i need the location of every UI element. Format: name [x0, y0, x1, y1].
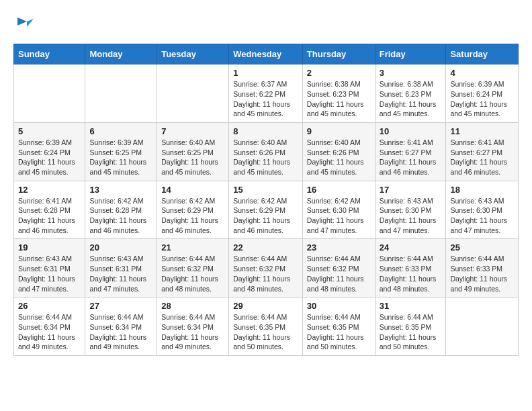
calendar-cell: 30Sunrise: 6:44 AM Sunset: 6:35 PM Dayli… [302, 298, 375, 356]
header [13, 12, 519, 37]
calendar-cell: 6Sunrise: 6:39 AM Sunset: 6:25 PM Daylig… [85, 122, 157, 181]
day-info: Sunrise: 6:44 AM Sunset: 6:32 PM Dayligh… [161, 254, 224, 293]
day-info: Sunrise: 6:43 AM Sunset: 6:30 PM Dayligh… [380, 196, 442, 236]
day-number: 4 [450, 68, 514, 78]
week-row-2: 5Sunrise: 6:39 AM Sunset: 6:24 PM Daylig… [14, 122, 519, 181]
day-number: 19 [18, 242, 81, 253]
calendar-cell: 26Sunrise: 6:44 AM Sunset: 6:34 PM Dayli… [14, 298, 85, 356]
svg-marker-1 [27, 19, 34, 27]
day-number: 7 [161, 126, 224, 136]
day-number: 6 [89, 126, 152, 136]
day-number: 25 [450, 242, 514, 253]
week-row-4: 19Sunrise: 6:43 AM Sunset: 6:31 PM Dayli… [14, 239, 519, 298]
day-number: 12 [18, 185, 81, 195]
day-info: Sunrise: 6:40 AM Sunset: 6:26 PM Dayligh… [307, 138, 371, 177]
calendar-cell: 2Sunrise: 6:38 AM Sunset: 6:23 PM Daylig… [302, 64, 375, 123]
day-number: 10 [380, 126, 442, 136]
day-info: Sunrise: 6:39 AM Sunset: 6:24 PM Dayligh… [18, 138, 81, 177]
calendar-cell: 21Sunrise: 6:44 AM Sunset: 6:32 PM Dayli… [157, 239, 229, 298]
day-number: 17 [380, 185, 442, 195]
day-info: Sunrise: 6:44 AM Sunset: 6:33 PM Dayligh… [450, 254, 514, 293]
day-number: 20 [89, 242, 152, 253]
calendar-cell: 7Sunrise: 6:40 AM Sunset: 6:25 PM Daylig… [157, 122, 229, 181]
calendar-cell: 9Sunrise: 6:40 AM Sunset: 6:26 PM Daylig… [302, 122, 375, 181]
day-info: Sunrise: 6:42 AM Sunset: 6:29 PM Dayligh… [233, 196, 298, 236]
day-info: Sunrise: 6:44 AM Sunset: 6:33 PM Dayligh… [380, 254, 442, 293]
calendar-cell: 19Sunrise: 6:43 AM Sunset: 6:31 PM Dayli… [14, 239, 85, 298]
day-info: Sunrise: 6:44 AM Sunset: 6:35 PM Dayligh… [233, 312, 298, 352]
weekday-header-saturday: Saturday [446, 44, 519, 64]
calendar-cell: 22Sunrise: 6:44 AM Sunset: 6:32 PM Dayli… [229, 239, 303, 298]
day-number: 31 [380, 301, 442, 311]
weekday-header-sunday: Sunday [14, 44, 85, 64]
svg-marker-0 [17, 17, 27, 26]
day-info: Sunrise: 6:40 AM Sunset: 6:25 PM Dayligh… [161, 138, 224, 177]
weekday-header-row: SundayMondayTuesdayWednesdayThursdayFrid… [14, 44, 519, 64]
day-number: 27 [89, 301, 152, 311]
calendar-cell: 1Sunrise: 6:37 AM Sunset: 6:22 PM Daylig… [229, 64, 303, 123]
day-info: Sunrise: 6:44 AM Sunset: 6:34 PM Dayligh… [161, 312, 224, 352]
calendar-cell: 13Sunrise: 6:42 AM Sunset: 6:28 PM Dayli… [85, 181, 157, 239]
logo-flag-icon [15, 15, 34, 34]
day-info: Sunrise: 6:43 AM Sunset: 6:31 PM Dayligh… [89, 254, 152, 293]
calendar: SundayMondayTuesdayWednesdayThursdayFrid… [13, 44, 519, 356]
calendar-cell: 3Sunrise: 6:38 AM Sunset: 6:23 PM Daylig… [375, 64, 446, 123]
calendar-cell: 24Sunrise: 6:44 AM Sunset: 6:33 PM Dayli… [375, 239, 446, 298]
calendar-cell: 16Sunrise: 6:42 AM Sunset: 6:30 PM Dayli… [302, 181, 375, 239]
calendar-cell [157, 64, 229, 123]
day-number: 28 [161, 301, 224, 311]
calendar-cell: 11Sunrise: 6:41 AM Sunset: 6:27 PM Dayli… [446, 122, 519, 181]
calendar-cell: 23Sunrise: 6:44 AM Sunset: 6:32 PM Dayli… [302, 239, 375, 298]
day-info: Sunrise: 6:44 AM Sunset: 6:32 PM Dayligh… [233, 254, 298, 293]
page: SundayMondayTuesdayWednesdayThursdayFrid… [0, 0, 532, 368]
calendar-cell: 10Sunrise: 6:41 AM Sunset: 6:27 PM Dayli… [375, 122, 446, 181]
day-number: 1 [233, 68, 298, 78]
logo [13, 15, 34, 37]
logo-text [13, 15, 34, 37]
calendar-cell [85, 64, 157, 123]
day-info: Sunrise: 6:42 AM Sunset: 6:29 PM Dayligh… [161, 196, 224, 236]
calendar-cell: 18Sunrise: 6:43 AM Sunset: 6:30 PM Dayli… [446, 181, 519, 239]
calendar-cell: 27Sunrise: 6:44 AM Sunset: 6:34 PM Dayli… [85, 298, 157, 356]
day-number: 18 [450, 185, 514, 195]
week-row-5: 26Sunrise: 6:44 AM Sunset: 6:34 PM Dayli… [14, 298, 519, 356]
day-info: Sunrise: 6:41 AM Sunset: 6:27 PM Dayligh… [380, 138, 442, 177]
day-number: 13 [89, 185, 152, 195]
day-number: 21 [161, 242, 224, 253]
week-row-3: 12Sunrise: 6:41 AM Sunset: 6:28 PM Dayli… [14, 181, 519, 239]
week-row-1: 1Sunrise: 6:37 AM Sunset: 6:22 PM Daylig… [14, 64, 519, 123]
day-info: Sunrise: 6:37 AM Sunset: 6:22 PM Dayligh… [233, 79, 298, 119]
day-info: Sunrise: 6:38 AM Sunset: 6:23 PM Dayligh… [380, 79, 442, 119]
calendar-cell: 28Sunrise: 6:44 AM Sunset: 6:34 PM Dayli… [157, 298, 229, 356]
weekday-header-wednesday: Wednesday [229, 44, 303, 64]
calendar-cell: 15Sunrise: 6:42 AM Sunset: 6:29 PM Dayli… [229, 181, 303, 239]
day-number: 22 [233, 242, 298, 253]
calendar-cell: 25Sunrise: 6:44 AM Sunset: 6:33 PM Dayli… [446, 239, 519, 298]
day-number: 29 [233, 301, 298, 311]
day-info: Sunrise: 6:43 AM Sunset: 6:30 PM Dayligh… [450, 196, 514, 236]
day-info: Sunrise: 6:44 AM Sunset: 6:34 PM Dayligh… [89, 312, 152, 352]
calendar-cell [14, 64, 85, 123]
calendar-cell: 17Sunrise: 6:43 AM Sunset: 6:30 PM Dayli… [375, 181, 446, 239]
day-info: Sunrise: 6:42 AM Sunset: 6:30 PM Dayligh… [307, 196, 371, 236]
calendar-cell: 31Sunrise: 6:44 AM Sunset: 6:35 PM Dayli… [375, 298, 446, 356]
day-number: 2 [307, 68, 371, 78]
day-number: 5 [18, 126, 81, 136]
day-info: Sunrise: 6:43 AM Sunset: 6:31 PM Dayligh… [18, 254, 81, 293]
day-info: Sunrise: 6:41 AM Sunset: 6:28 PM Dayligh… [18, 196, 81, 236]
day-info: Sunrise: 6:40 AM Sunset: 6:26 PM Dayligh… [233, 138, 298, 177]
day-number: 14 [161, 185, 224, 195]
weekday-header-friday: Friday [375, 44, 446, 64]
day-info: Sunrise: 6:39 AM Sunset: 6:24 PM Dayligh… [450, 79, 514, 119]
calendar-cell: 8Sunrise: 6:40 AM Sunset: 6:26 PM Daylig… [229, 122, 303, 181]
day-number: 3 [380, 68, 442, 78]
day-info: Sunrise: 6:44 AM Sunset: 6:35 PM Dayligh… [307, 312, 371, 352]
weekday-header-thursday: Thursday [302, 44, 375, 64]
day-info: Sunrise: 6:44 AM Sunset: 6:32 PM Dayligh… [307, 254, 371, 293]
day-number: 23 [307, 242, 371, 253]
day-number: 9 [307, 126, 371, 136]
calendar-cell: 14Sunrise: 6:42 AM Sunset: 6:29 PM Dayli… [157, 181, 229, 239]
day-number: 26 [18, 301, 81, 311]
day-info: Sunrise: 6:44 AM Sunset: 6:34 PM Dayligh… [18, 312, 81, 352]
day-number: 8 [233, 126, 298, 136]
